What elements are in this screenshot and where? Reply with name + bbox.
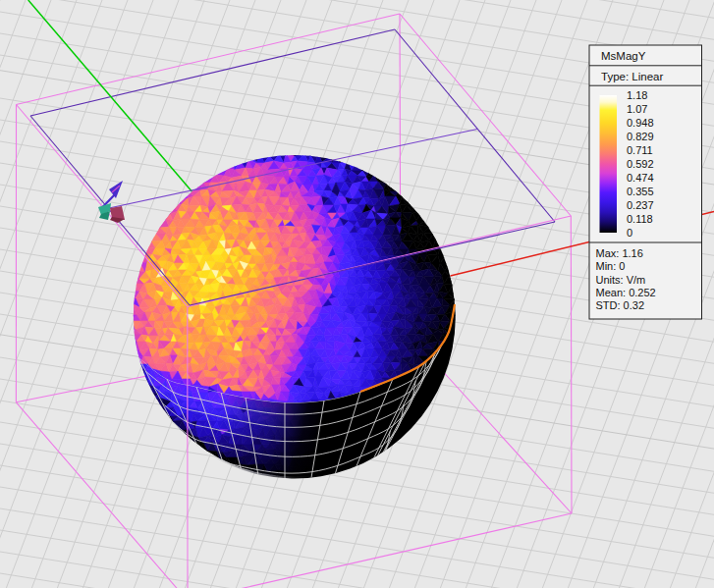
svg-text:Min: 0: Min: 0 — [596, 260, 626, 272]
svg-text:Max: 1.16: Max: 1.16 — [596, 247, 643, 259]
svg-text:Mean: 0.252: Mean: 0.252 — [596, 287, 656, 298]
svg-text:0.474: 0.474 — [627, 172, 654, 184]
svg-text:0.592: 0.592 — [627, 158, 654, 170]
svg-text:0.118: 0.118 — [627, 213, 653, 225]
svg-text:0.237: 0.237 — [627, 199, 654, 211]
svg-text:1.07: 1.07 — [627, 103, 647, 115]
svg-text:0.948: 0.948 — [627, 117, 654, 129]
svg-text:Units: V/m: Units: V/m — [596, 274, 646, 286]
svg-text:MsMagY: MsMagY — [601, 50, 646, 62]
svg-text:1.18: 1.18 — [627, 89, 647, 101]
svg-text:Type: Linear: Type: Linear — [601, 71, 663, 82]
svg-text:STD: 0.32: STD: 0.32 — [596, 299, 645, 311]
svg-text:0.711: 0.711 — [627, 144, 653, 156]
svg-text:0.829: 0.829 — [627, 131, 654, 142]
svg-text:0.355: 0.355 — [627, 186, 654, 197]
svg-text:0: 0 — [627, 227, 632, 239]
